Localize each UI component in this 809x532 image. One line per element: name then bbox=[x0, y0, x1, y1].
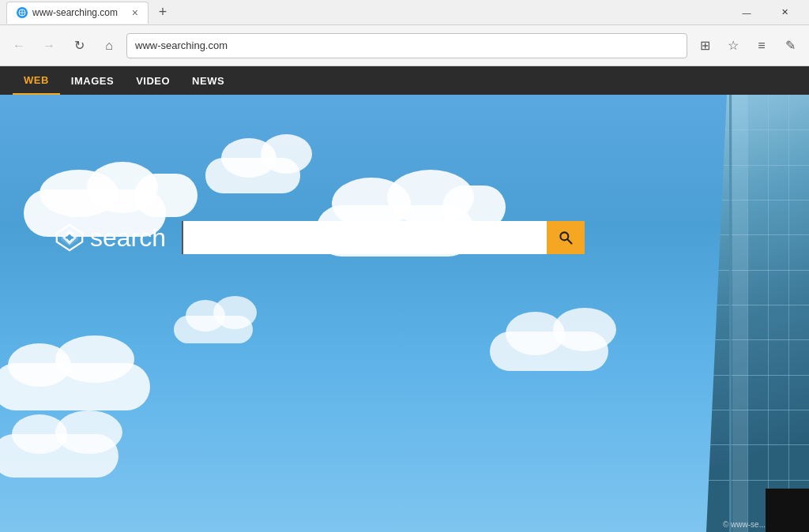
nav-item-news[interactable]: NEWS bbox=[181, 66, 235, 95]
new-tab-button[interactable]: + bbox=[152, 2, 174, 24]
svg-line-6 bbox=[567, 239, 571, 243]
tab-area: www-searching.com × + bbox=[6, 2, 728, 24]
main-content: © www-se... search bbox=[0, 95, 809, 532]
home-button[interactable]: ⌂ bbox=[96, 33, 122, 58]
back-button[interactable]: ← bbox=[6, 33, 32, 58]
address-input[interactable]: www-searching.com bbox=[126, 33, 687, 58]
split-view-button[interactable]: ⊞ bbox=[692, 33, 717, 58]
close-tab-button[interactable]: × bbox=[132, 7, 138, 18]
brand-logo-icon bbox=[55, 223, 84, 252]
search-box bbox=[182, 221, 585, 254]
logo-area: search bbox=[55, 223, 166, 253]
address-bar-icons: ⊞ ☆ ≡ ✎ bbox=[692, 33, 803, 58]
tab-title: www-searching.com bbox=[32, 7, 127, 18]
dark-corner bbox=[766, 489, 809, 532]
tab-favicon-icon bbox=[17, 7, 28, 18]
browser-tab[interactable]: www-searching.com × bbox=[6, 2, 149, 24]
building-decoration bbox=[706, 95, 809, 532]
logo-text: search bbox=[90, 223, 166, 253]
site-navigation: WEB IMAGES VIDEO NEWS bbox=[0, 66, 809, 95]
refresh-button[interactable]: ↻ bbox=[66, 33, 92, 58]
copyright-text: © www-se... bbox=[723, 520, 766, 529]
clouds-decoration bbox=[0, 95, 809, 532]
search-input[interactable] bbox=[182, 221, 547, 254]
title-bar: www-searching.com × + — ✕ bbox=[0, 0, 809, 25]
nav-item-images[interactable]: IMAGES bbox=[60, 66, 125, 95]
search-area: search bbox=[55, 221, 585, 254]
forward-button[interactable]: → bbox=[36, 33, 62, 58]
url-text: www-searching.com bbox=[135, 39, 228, 51]
minimize-button[interactable]: — bbox=[728, 0, 765, 25]
search-button[interactable] bbox=[547, 221, 585, 254]
close-window-button[interactable]: ✕ bbox=[766, 0, 803, 25]
menu-button[interactable]: ≡ bbox=[749, 33, 774, 58]
browser-frame: www-searching.com × + — ✕ ← → ↻ ⌂ www-se… bbox=[0, 0, 809, 532]
address-bar: ← → ↻ ⌂ www-searching.com ⊞ ☆ ≡ ✎ bbox=[0, 25, 809, 66]
favorites-button[interactable]: ☆ bbox=[721, 33, 746, 58]
nav-item-web[interactable]: WEB bbox=[13, 66, 60, 95]
nav-item-video[interactable]: VIDEO bbox=[125, 66, 181, 95]
search-icon bbox=[558, 230, 574, 245]
annotate-button[interactable]: ✎ bbox=[777, 33, 803, 58]
window-controls: — ✕ bbox=[728, 0, 803, 25]
